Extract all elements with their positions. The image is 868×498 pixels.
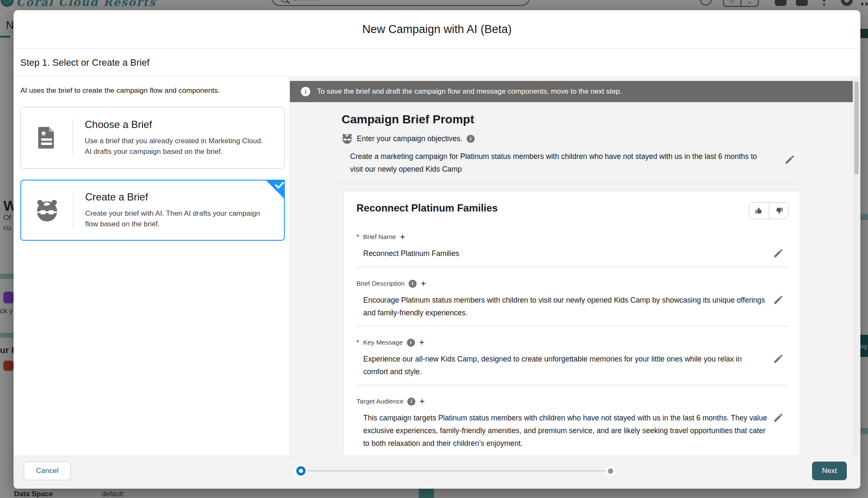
brief-content: Campaign Brief Prompt: [342, 113, 801, 456]
modal-title: New Campaign with AI (Beta): [362, 23, 512, 36]
assistant-text: Enter your campaign objectives.: [357, 134, 462, 143]
pencil-icon: [773, 412, 784, 423]
field-divider: [356, 326, 789, 326]
progress-step-1-current: [296, 466, 306, 476]
info-icon[interactable]: i: [409, 280, 417, 288]
assistant-line: Enter your campaign objectives. i: [342, 133, 801, 144]
brief-field-key-message: * Key Message i Experience our all-new K…: [356, 337, 789, 385]
progress-track: [306, 470, 610, 471]
field-value: Encourage Platinum status members with c…: [363, 294, 768, 319]
next-button[interactable]: Next: [812, 462, 847, 480]
edit-field-button[interactable]: [773, 412, 784, 425]
step-title: Step 1. Select or Create a Brief: [20, 57, 150, 68]
sparkle-icon: [420, 281, 426, 287]
edit-prompt-button[interactable]: [784, 154, 795, 167]
new-campaign-modal: New Campaign with AI (Beta) Step 1. Sele…: [14, 10, 860, 489]
modal-header: New Campaign with AI (Beta): [14, 10, 860, 49]
feedback-button-group: [749, 202, 789, 219]
field-label: Key Message: [363, 339, 403, 346]
pencil-icon: [773, 248, 784, 259]
sparkle-icon: [419, 398, 425, 404]
scrollbar-thumb[interactable]: [854, 81, 859, 175]
campaign-prompt-text: Create a marketing campaign for Platinum…: [350, 150, 770, 175]
sparkle-icon: [400, 234, 406, 240]
info-icon[interactable]: i: [467, 135, 475, 143]
field-divider: [356, 267, 789, 267]
brief-summary-card: Reconnect Platinum Families: [343, 191, 800, 456]
required-asterisk: *: [356, 234, 359, 241]
card-description: Create your brief with AI. Then AI draft…: [85, 208, 267, 229]
thumbs-up-button[interactable]: [749, 203, 769, 219]
pencil-icon: [773, 353, 784, 364]
selected-check-icon: [265, 180, 285, 199]
cancel-button[interactable]: Cancel: [24, 462, 71, 480]
banner-text: To save the brief and draft the campaign…: [317, 87, 622, 96]
field-value: This campaign targets Platinum status me…: [363, 412, 768, 450]
edit-field-button[interactable]: [773, 248, 784, 260]
thumbs-down-icon: [775, 206, 783, 215]
brief-detail-panel: i To save the brief and draft the campai…: [289, 77, 860, 456]
screen: Coral Cloud Resorts Search... ☆ ⌄ N W Of…: [0, 0, 868, 498]
einstein-bot-icon: [342, 133, 353, 144]
card-title: Create a Brief: [85, 191, 267, 203]
section-heading: Campaign Brief Prompt: [342, 113, 801, 126]
field-divider: [356, 385, 789, 385]
thumbs-up-icon: [755, 206, 763, 215]
modal-footer: Cancel Next: [14, 456, 860, 489]
einstein-bot-icon: [21, 198, 73, 222]
info-icon: i: [301, 87, 310, 96]
panel-intro-text: AI uses the brief to create the campaign…: [20, 86, 283, 95]
create-a-brief-card[interactable]: Create a Brief Create your brief with AI…: [20, 180, 285, 241]
brief-field-name: * Brief Name i Reconnect Platinum Famili…: [356, 232, 789, 267]
modal-body: AI uses the brief to create the campaign…: [14, 77, 860, 456]
info-icon[interactable]: i: [407, 339, 415, 347]
field-label: Brief Description: [356, 280, 405, 287]
document-star-icon: [21, 126, 72, 149]
step-header: Step 1. Select or Create a Brief: [14, 49, 860, 77]
scrollbar-track[interactable]: [853, 78, 860, 455]
choose-a-brief-card[interactable]: Choose a Brief Use a brief that you alre…: [20, 107, 285, 169]
edit-field-button[interactable]: [773, 295, 784, 307]
info-banner: i To save the brief and draft the campai…: [290, 81, 853, 102]
card-title: Choose a Brief: [85, 119, 267, 131]
sparkle-icon: [419, 339, 425, 345]
info-icon[interactable]: i: [407, 398, 415, 406]
campaign-prompt-row: Create a marketing campaign for Platinum…: [342, 150, 801, 175]
edit-field-button[interactable]: [773, 353, 784, 366]
brief-card-title: Reconnect Platinum Families: [356, 202, 498, 214]
required-asterisk: *: [356, 339, 359, 346]
field-label: Target Audience: [356, 398, 403, 405]
field-label: Brief Name: [363, 233, 396, 241]
field-value: Experience our all-new Kids Camp, design…: [363, 353, 768, 378]
brief-field-target-audience: * Target Audience i This campaign target…: [356, 396, 789, 456]
brief-card-header: Reconnect Platinum Families: [356, 202, 789, 221]
thumbs-down-button[interactable]: [769, 203, 788, 219]
field-value: Reconnect Platinum Families: [363, 247, 768, 260]
brief-choice-panel: AI uses the brief to create the campaign…: [14, 77, 289, 456]
brief-field-description: * Brief Description i Encourage Platinum…: [356, 278, 789, 326]
prompt-divider: [342, 182, 797, 183]
pencil-icon: [773, 295, 784, 306]
card-description: Use a brief that you already created in …: [85, 136, 267, 157]
pencil-icon: [784, 154, 795, 165]
progress-step-2: [608, 468, 613, 474]
